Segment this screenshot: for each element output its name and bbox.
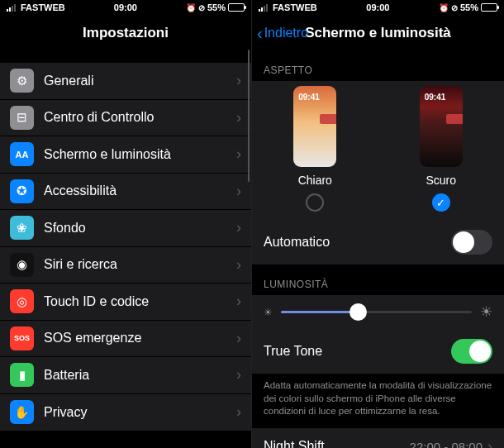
signal-icon: [7, 3, 16, 12]
hand-icon: ✋: [10, 400, 34, 424]
settings-row-batteria[interactable]: ▮Batteria›: [0, 357, 251, 394]
chevron-right-icon: ›: [236, 330, 241, 347]
settings-row-sfondo[interactable]: ❀Sfondo›: [0, 210, 251, 247]
carrier-label: FASTWEB: [21, 2, 65, 12]
preview-light-icon: 09:41: [293, 86, 336, 167]
battery-icon: [228, 3, 245, 12]
chevron-right-icon: ›: [487, 438, 492, 448]
rotation-lock-icon: ⊘: [451, 3, 458, 12]
alarm-icon: ⏰: [439, 3, 449, 12]
settings-row-siri-e-ricerca[interactable]: ◉Siri e ricerca›: [0, 247, 251, 284]
row-label: Centro di Controllo: [44, 110, 236, 125]
settings-row-privacy[interactable]: ✋Privacy›: [0, 394, 251, 431]
display-pane: FASTWEB 09:00 ⏰ ⊘ 55% ‹ Indietro Schermo…: [252, 0, 504, 448]
chevron-right-icon: ›: [236, 72, 241, 89]
settings-pane: FASTWEB 09:00 ⏰ ⊘ 55% Impostazioni ⚙Gene…: [0, 0, 252, 448]
row-label: SOS emergenze: [44, 331, 236, 346]
settings-row-schermo-e-luminosita[interactable]: AASchermo e luminosità›: [0, 136, 251, 174]
text-size-icon: AA: [10, 142, 34, 166]
section-gap: [0, 431, 251, 448]
slider-thumb[interactable]: [349, 303, 367, 321]
battery-icon: ▮: [10, 363, 34, 387]
row-label: Touch ID e codice: [44, 294, 236, 309]
settings-row-accessibilita[interactable]: ✪Accessibilità›: [0, 174, 251, 211]
page-title: Impostazioni: [83, 25, 169, 41]
rotation-lock-icon: ⊘: [198, 3, 205, 12]
status-bar: FASTWEB 09:00 ⏰ ⊘ 55%: [0, 0, 251, 15]
row-label: Schermo e luminosità: [44, 147, 236, 162]
automatic-row[interactable]: Automatico: [252, 220, 504, 265]
chevron-right-icon: ›: [236, 109, 241, 126]
automatic-toggle[interactable]: [451, 230, 492, 255]
sos-icon: SOS: [10, 326, 34, 350]
appearance-options: 09:41 Chiaro 09:41 Scuro ✓: [252, 81, 504, 220]
true-tone-row[interactable]: True Tone: [252, 329, 504, 374]
settings-row-centro-di-controllo[interactable]: ⊟Centro di Controllo›: [0, 100, 251, 137]
signal-icon: [259, 3, 268, 12]
radio-off-icon[interactable]: [306, 193, 324, 212]
nav-bar: ‹ Indietro Schermo e luminosità: [252, 15, 504, 51]
gear-icon: ⚙: [10, 69, 34, 93]
row-label: Accessibilità: [44, 183, 236, 198]
true-tone-label: True Tone: [264, 344, 451, 359]
sun-large-icon: ☀︎: [480, 303, 492, 321]
true-tone-toggle[interactable]: [451, 339, 492, 364]
preview-dark-icon: 09:41: [420, 86, 463, 167]
sun-small-icon: ☀︎: [264, 307, 273, 318]
settings-row-sos[interactable]: SOSSOS emergenze›: [0, 321, 251, 358]
carrier-label: FASTWEB: [273, 2, 317, 12]
status-time: 09:00: [114, 2, 137, 12]
night-shift-range: 22:00 - 08:00: [410, 440, 483, 448]
row-label: Privacy: [44, 405, 236, 420]
appearance-light[interactable]: 09:41 Chiaro: [293, 86, 336, 212]
chevron-right-icon: ›: [236, 403, 241, 421]
page-title: Schermo e luminosità: [305, 25, 451, 41]
battery-pct: 55%: [460, 2, 478, 12]
settings-list-group-1: ⚙Generali›⊟Centro di Controllo›AASchermo…: [0, 63, 251, 431]
row-label: Sfondo: [44, 221, 236, 236]
settings-row-touch-id[interactable]: ◎Touch ID e codice›: [0, 284, 251, 321]
brightness-slider[interactable]: [281, 311, 472, 313]
accessibility-icon: ✪: [10, 179, 34, 203]
row-label: Batteria: [44, 368, 236, 383]
chevron-right-icon: ›: [236, 293, 241, 310]
chevron-right-icon: ›: [236, 219, 241, 236]
chevron-right-icon: ›: [236, 183, 241, 200]
appearance-header: ASPETTO: [252, 51, 504, 81]
row-label: Siri e ricerca: [44, 257, 236, 272]
status-bar: FASTWEB 09:00 ⏰ ⊘ 55%: [252, 0, 504, 15]
wallpaper-icon: ❀: [10, 216, 34, 240]
siri-icon: ◉: [10, 253, 34, 277]
chevron-right-icon: ›: [236, 256, 241, 274]
battery-pct: 55%: [207, 2, 226, 12]
scroll-indicator: [248, 50, 250, 182]
chevron-right-icon: ›: [236, 145, 241, 163]
night-shift-label: Night Shift: [264, 439, 410, 448]
battery-icon: [481, 3, 497, 12]
status-time: 09:00: [366, 2, 389, 12]
chevron-right-icon: ›: [236, 366, 241, 384]
brightness-slider-row: ☀︎ ☀︎: [252, 295, 504, 329]
light-label: Chiaro: [298, 174, 332, 187]
fingerprint-icon: ◎: [10, 289, 34, 313]
appearance-dark[interactable]: 09:41 Scuro ✓: [420, 86, 463, 212]
back-button[interactable]: ‹ Indietro: [257, 25, 308, 41]
true-tone-note: Adatta automaticamente la modalità di vi…: [252, 374, 504, 428]
chevron-left-icon: ‹: [257, 25, 263, 41]
alarm-icon: ⏰: [186, 3, 196, 12]
brightness-header: LUMINOSITÀ: [252, 265, 504, 295]
back-label: Indietro: [264, 26, 308, 41]
radio-on-icon[interactable]: ✓: [432, 193, 450, 212]
row-label: Generali: [44, 74, 236, 88]
dark-label: Scuro: [426, 174, 456, 187]
nav-bar: Impostazioni: [0, 15, 251, 51]
sliders-icon: ⊟: [10, 106, 34, 130]
automatic-label: Automatico: [264, 235, 451, 250]
night-shift-row[interactable]: Night Shift 22:00 - 08:00 ›: [252, 428, 504, 448]
settings-row-generali[interactable]: ⚙Generali›: [0, 63, 251, 100]
